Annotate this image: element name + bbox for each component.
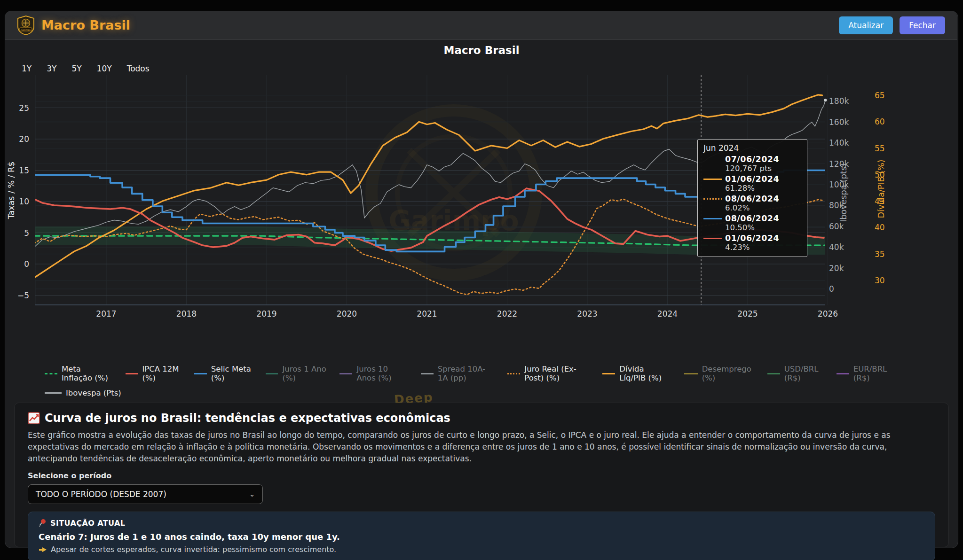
legend-item[interactable]: Juro Real (Ex-Post) (%) <box>507 365 590 382</box>
legend-label: IPCA 12M (%) <box>142 365 181 382</box>
svg-text:10: 10 <box>19 197 29 206</box>
tooltip-row-juro-real: 08/06/20246.02% <box>703 194 801 212</box>
legend-line-sample <box>767 373 780 374</box>
legend-label: Dívida Líq/PIB (%) <box>619 365 671 382</box>
legend-line-sample <box>507 373 520 374</box>
period-select[interactable]: TODO O PERÍODO (DESDE 2007) ⌄ <box>28 484 263 504</box>
svg-text:40k: 40k <box>829 242 844 252</box>
tooltip-line-sample <box>703 179 722 180</box>
svg-text:140k: 140k <box>829 138 849 148</box>
legend-label: Meta Inflação (%) <box>62 365 113 382</box>
period-select-value: TODO O PERÍODO (DESDE 2007) <box>36 490 166 499</box>
situation-scenario: Cenário 7: Juros de 1 e 10 anos caindo, … <box>39 532 924 542</box>
svg-text:2026: 2026 <box>818 309 838 319</box>
svg-text:2018: 2018 <box>176 309 197 319</box>
tooltip-row-date: 08/06/2024 <box>725 194 801 203</box>
legend-item[interactable]: Spread 10A-1A (pp) <box>421 365 495 382</box>
legend-label: Selic Meta (%) <box>211 365 253 382</box>
tooltip-row-divida: 01/06/202461.28% <box>703 174 801 193</box>
tooltip-line-sample <box>703 198 722 200</box>
svg-text:2024: 2024 <box>657 309 678 319</box>
legend-label: USD/BRL (R$) <box>784 365 824 382</box>
range-button-3y[interactable]: 3Y <box>45 63 58 74</box>
svg-text:Dívida/PIB (%): Dívida/PIB (%) <box>876 160 886 218</box>
info-paragraph: Este gráfico mostra a evolução das taxas… <box>28 429 938 465</box>
legend-label: Juros 1 Ano (%) <box>282 365 327 382</box>
range-button-10y[interactable]: 10Y <box>95 63 114 74</box>
legend-item[interactable]: USD/BRL (R$) <box>767 365 824 382</box>
info-panel: Curva de juros no Brasil: tendências e e… <box>14 403 949 547</box>
legend-item[interactable]: Desemprego (%) <box>684 365 755 382</box>
legend-item[interactable]: Selic Meta (%) <box>194 365 253 382</box>
range-button-5y[interactable]: 5Y <box>70 63 83 74</box>
chart-title: Macro Brasil <box>0 44 963 56</box>
svg-text:60: 60 <box>875 117 885 126</box>
tooltip-row-value: 10.50% <box>725 223 801 232</box>
app-header: Garimpo Macro Brasil Atualizar Fechar <box>5 11 957 40</box>
close-button[interactable]: Fechar <box>900 16 945 34</box>
svg-text:180k: 180k <box>829 96 849 106</box>
info-title-text: Curva de juros no Brasil: tendências e e… <box>45 412 450 425</box>
situation-note: Apesar de cortes esperados, curva invert… <box>39 545 924 554</box>
situation-note-text: Apesar de cortes esperados, curva invert… <box>51 545 336 554</box>
legend-line-sample <box>45 373 57 374</box>
situation-card: SITUAÇÃO ATUAL Cenário 7: Juros de 1 e 1… <box>28 512 935 560</box>
range-button-1y[interactable]: 1Y <box>20 63 33 74</box>
legend-item[interactable]: EUR/BRL (R$) <box>837 365 892 382</box>
svg-text:2022: 2022 <box>497 309 517 319</box>
svg-text:2023: 2023 <box>577 309 597 319</box>
pushpin-icon <box>39 519 47 528</box>
legend-label: Juros 10 Anos (%) <box>356 365 408 382</box>
svg-text:2021: 2021 <box>417 309 437 319</box>
svg-text:65: 65 <box>875 91 885 100</box>
svg-text:−5: −5 <box>17 291 29 300</box>
svg-text:160k: 160k <box>829 117 849 127</box>
svg-text:35: 35 <box>875 249 885 259</box>
legend-item[interactable]: Meta Inflação (%) <box>45 365 113 382</box>
svg-text:5: 5 <box>24 228 29 238</box>
pointing-right-icon <box>39 546 47 553</box>
legend-line-sample <box>266 373 278 374</box>
svg-text:Garimpo: Garimpo <box>21 28 31 31</box>
legend-item[interactable]: Juros 10 Anos (%) <box>339 365 408 382</box>
app-window: Garimpo2520151050−5201720182019202020212… <box>0 0 963 560</box>
update-button[interactable]: Atualizar <box>839 16 893 34</box>
svg-text:20k: 20k <box>829 264 844 273</box>
svg-text:2025: 2025 <box>737 309 758 319</box>
tooltip-row-value: 61.28% <box>725 184 801 193</box>
svg-text:40: 40 <box>875 223 885 232</box>
legend-label: EUR/BRL (R$) <box>853 365 892 382</box>
situation-heading-text: SITUAÇÃO ATUAL <box>50 519 125 528</box>
tooltip-row-ipca: 01/06/20244.23% <box>703 233 801 252</box>
legend-line-sample <box>45 392 62 394</box>
svg-text:2019: 2019 <box>256 309 276 319</box>
info-title: Curva de juros no Brasil: tendências e e… <box>28 412 935 425</box>
brand: Garimpo Macro Brasil <box>17 16 130 35</box>
svg-text:15: 15 <box>19 166 29 175</box>
svg-text:Ibovespa (pts): Ibovespa (pts) <box>839 163 848 222</box>
svg-text:0: 0 <box>24 259 29 269</box>
legend-item[interactable]: IPCA 12M (%) <box>126 365 182 382</box>
legend-line-sample <box>126 373 138 374</box>
svg-text:55: 55 <box>875 144 885 153</box>
tooltip-row-selic: 08/06/202410.50% <box>703 214 801 232</box>
situation-heading: SITUAÇÃO ATUAL <box>39 519 924 528</box>
tooltip-line-sample <box>703 238 722 239</box>
svg-text:20: 20 <box>19 134 29 144</box>
svg-text:2017: 2017 <box>96 309 116 319</box>
legend-item[interactable]: Ibovespa (Pts) <box>45 389 121 397</box>
chart-increasing-icon <box>28 412 40 424</box>
tooltip-row-date: 08/06/2024 <box>725 214 801 223</box>
svg-text:2020: 2020 <box>337 309 357 319</box>
tooltip-row-date: 01/06/2024 <box>725 174 801 184</box>
svg-text:Taxas / % / R$: Taxas / % / R$ <box>7 162 16 220</box>
legend-label: Desemprego (%) <box>702 365 755 382</box>
tooltip-row-value: 4.23% <box>725 243 801 252</box>
legend-item[interactable]: Juros 1 Ano (%) <box>266 365 327 382</box>
svg-text:30: 30 <box>875 276 885 285</box>
legend-label: Juro Real (Ex-Post) (%) <box>524 365 590 382</box>
legend-item[interactable]: Dívida Líq/PIB (%) <box>602 365 671 382</box>
legend-label: Spread 10A-1A (pp) <box>438 365 495 382</box>
tooltip-row-date: 07/06/2024 <box>725 155 801 164</box>
range-button-todos[interactable]: Todos <box>125 63 151 74</box>
